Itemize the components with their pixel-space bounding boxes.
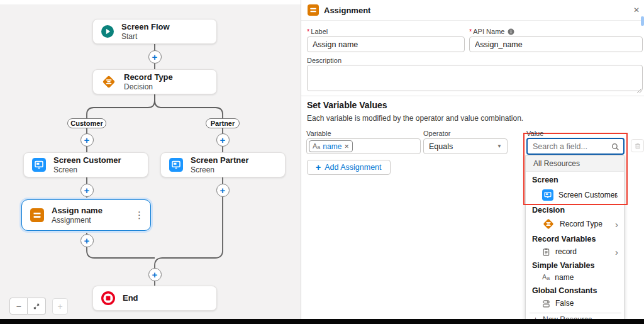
decision-icon [101,74,116,89]
node-subtitle: Decision [124,82,173,92]
branch-label-partner[interactable]: Partner [206,118,240,128]
node-title: Screen Partner [191,155,249,165]
assignment-icon [30,208,44,222]
variable-pill-name: name [323,142,341,151]
add-assignment-button[interactable]: + Add Assignment [307,160,391,175]
node-title: Assign name [52,206,103,216]
plus-icon: + [152,52,158,62]
label-field-label: *Label [307,28,328,35]
screenshot-bottom-bar [0,319,644,324]
dropdown-item-false[interactable]: False [526,296,624,310]
add-element-button[interactable]: + [216,133,230,147]
close-icon[interactable]: ✕ [633,6,640,14]
dropdown-item-screen-customer[interactable]: Screen Customer › [526,187,624,203]
node-title: Record Type [124,72,173,82]
remove-pill-icon[interactable]: ✕ [344,143,349,150]
dropdown-group-header: Screen [532,176,558,184]
node-title: End [123,293,138,303]
api-name-input[interactable] [469,36,643,52]
zoom-in-button[interactable]: + [52,298,68,315]
add-assignment-label: Add Assignment [325,163,381,172]
plus-icon: + [84,186,90,195]
flow-canvas[interactable]: + + + + + + + Screen Flow Start Record T… [0,0,301,324]
fit-to-view-button[interactable] [28,298,46,315]
plus-icon: + [220,186,226,195]
node-end[interactable]: End [92,286,217,311]
divider [301,96,644,96]
variable-input[interactable]: Aa name ✕ [306,138,421,154]
dropdown-group-header: Record Variables [532,235,596,243]
text-variable-icon: Aa [313,143,320,150]
panel-title: Assignment [324,6,370,15]
add-element-button[interactable]: + [216,184,230,197]
assignment-properties-panel: Assignment ✕ *Label *API Name Descriptio… [301,0,644,324]
flow-builder-window: + + + + + + + Screen Flow Start Record T… [0,0,644,324]
node-screen-customer[interactable]: Screen Customer Screen [23,152,148,177]
variable-pill[interactable]: Aa name ✕ [309,140,353,152]
screen-icon [32,158,46,172]
chevron-down-icon: ▼ [497,143,502,149]
add-element-button[interactable]: + [148,268,162,281]
node-subtitle: Start [121,32,170,42]
item-label: Screen Customer [558,191,617,199]
item-label: Record Type [560,220,602,228]
dropdown-item-name[interactable]: Aa name [526,271,624,284]
chevron-right-icon: › [615,247,618,257]
dropdown-group-header: Decision [532,206,565,215]
section-title: Set Variable Values [307,100,387,110]
node-title: Screen Flow [121,22,170,32]
item-label: False [555,299,574,308]
text-variable-icon: Aa [542,274,550,281]
node-title: Screen Customer [53,155,121,165]
node-decision[interactable]: Record Type Decision [92,69,217,94]
value-column-label: Value [526,130,543,137]
node-start[interactable]: Screen Flow Start [92,19,217,44]
chevron-right-icon: › [615,191,618,200]
operator-column-label: Operator [423,130,450,137]
item-label: name [555,273,574,282]
node-screen-partner[interactable]: Screen Partner Screen [160,152,286,177]
screen-icon [169,158,183,172]
all-resources-item[interactable]: All Resources [526,156,624,172]
screen-icon [542,189,553,201]
global-constant-icon [542,299,550,308]
node-menu-button[interactable]: ⋮ [135,209,144,221]
operator-select[interactable]: Equals ▼ [423,138,508,154]
dropdown-item-record[interactable]: record › [526,245,624,259]
dropdown-item-record-type[interactable]: Record Type › [526,216,624,232]
plus-icon: + [84,135,90,145]
node-assignment-selected[interactable]: Assign name Assignment ⋮ [21,199,151,231]
plus-icon: + [220,135,226,145]
required-asterisk: * [307,28,309,35]
delete-assignment-button[interactable] [631,139,644,152]
label-input[interactable] [307,36,465,52]
dropdown-group-header: Simple Variables [532,261,594,270]
zoom-out-button[interactable]: − [9,298,28,315]
node-subtitle: Screen [53,165,121,175]
plus-icon: + [57,301,62,311]
minus-icon: − [16,301,21,311]
decision-icon [542,218,555,230]
add-element-button[interactable]: + [148,50,162,64]
description-field-label: Description [307,57,341,64]
add-element-button[interactable]: + [80,133,94,147]
scrollbar-thumb[interactable] [641,16,644,26]
branch-label-customer[interactable]: Customer [67,118,106,128]
label-text: API Name [473,28,504,35]
add-element-button[interactable]: + [80,184,94,197]
info-icon[interactable] [508,28,514,35]
required-asterisk: * [469,28,472,35]
node-subtitle: Screen [191,165,249,175]
description-input[interactable] [307,65,643,91]
chevron-right-icon: › [615,220,618,229]
end-icon [101,291,115,305]
panel-header: Assignment ✕ [301,0,644,21]
resource-picker-dropdown: All Resources Screen Screen Customer › D… [525,155,625,320]
operator-value: Equals [429,142,453,151]
plus-icon: + [152,270,158,279]
item-label: record [555,247,577,256]
start-flow-icon [101,25,114,38]
value-search-input[interactable] [526,138,625,155]
add-element-button[interactable]: + [80,234,94,247]
node-subtitle: Assignment [52,216,103,225]
